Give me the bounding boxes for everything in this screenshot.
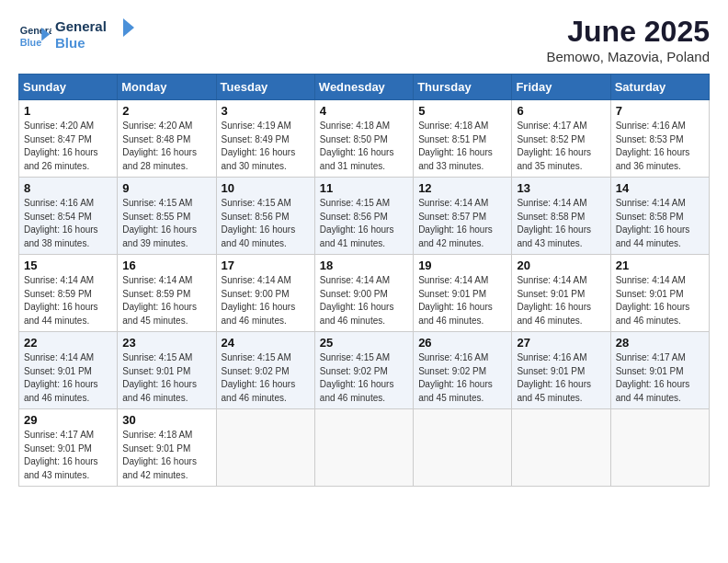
day-info: Sunrise: 4:14 AM Sunset: 9:01 PM Dayligh… <box>418 274 506 327</box>
table-row: 21Sunrise: 4:14 AM Sunset: 9:01 PM Dayli… <box>610 255 709 332</box>
day-info: Sunrise: 4:14 AM Sunset: 8:57 PM Dayligh… <box>418 197 506 250</box>
header-monday: Monday <box>118 75 216 100</box>
header-thursday: Thursday <box>414 75 512 100</box>
day-number: 21 <box>616 259 704 272</box>
day-info: Sunrise: 4:16 AM Sunset: 9:01 PM Dayligh… <box>517 351 605 405</box>
day-info: Sunrise: 4:18 AM Sunset: 9:01 PM Dayligh… <box>122 429 210 482</box>
svg-marker-5 <box>123 18 134 37</box>
day-number: 14 <box>616 181 704 195</box>
table-row: 14Sunrise: 4:14 AM Sunset: 8:58 PM Dayli… <box>610 178 709 255</box>
day-info: Sunrise: 4:16 AM Sunset: 8:54 PM Dayligh… <box>24 197 112 250</box>
day-info: Sunrise: 4:14 AM Sunset: 8:59 PM Dayligh… <box>122 274 210 327</box>
table-row: 27Sunrise: 4:16 AM Sunset: 9:01 PM Dayli… <box>512 332 610 409</box>
table-row: 28Sunrise: 4:17 AM Sunset: 9:01 PM Dayli… <box>610 332 709 409</box>
table-row: 9Sunrise: 4:15 AM Sunset: 8:55 PM Daylig… <box>118 178 216 255</box>
day-info: Sunrise: 4:15 AM Sunset: 8:55 PM Dayligh… <box>122 197 210 250</box>
header-wednesday: Wednesday <box>314 75 413 100</box>
calendar-title: June 2025 <box>546 15 710 49</box>
day-number: 19 <box>418 259 506 272</box>
table-row: 24Sunrise: 4:15 AM Sunset: 9:02 PM Dayli… <box>216 332 314 409</box>
day-number: 29 <box>24 413 112 427</box>
day-number: 12 <box>418 181 506 195</box>
day-info: Sunrise: 4:20 AM Sunset: 8:47 PM Dayligh… <box>24 120 112 173</box>
day-number: 16 <box>122 259 210 272</box>
table-row: 2Sunrise: 4:20 AM Sunset: 8:48 PM Daylig… <box>118 100 216 178</box>
table-row: 19Sunrise: 4:14 AM Sunset: 9:01 PM Dayli… <box>414 255 512 332</box>
calendar-week-row: 15Sunrise: 4:14 AM Sunset: 8:59 PM Dayli… <box>19 255 710 332</box>
day-number: 22 <box>24 336 112 350</box>
day-info: Sunrise: 4:17 AM Sunset: 8:52 PM Dayligh… <box>517 120 605 173</box>
day-number: 20 <box>517 259 605 272</box>
day-info: Sunrise: 4:15 AM Sunset: 9:02 PM Dayligh… <box>222 351 310 405</box>
calendar-week-row: 8Sunrise: 4:16 AM Sunset: 8:54 PM Daylig… <box>19 178 710 255</box>
day-info: Sunrise: 4:14 AM Sunset: 9:00 PM Dayligh… <box>320 274 408 327</box>
day-number: 15 <box>24 259 112 272</box>
table-row: 7Sunrise: 4:16 AM Sunset: 8:53 PM Daylig… <box>610 100 709 178</box>
table-row <box>314 409 413 487</box>
calendar-week-row: 29Sunrise: 4:17 AM Sunset: 9:01 PM Dayli… <box>19 409 710 487</box>
table-row: 8Sunrise: 4:16 AM Sunset: 8:54 PM Daylig… <box>19 178 118 255</box>
logo: General Blue General Blue <box>18 15 138 57</box>
day-info: Sunrise: 4:16 AM Sunset: 8:53 PM Dayligh… <box>616 120 704 173</box>
day-number: 18 <box>320 259 408 272</box>
day-number: 2 <box>122 104 210 118</box>
day-info: Sunrise: 4:19 AM Sunset: 8:49 PM Dayligh… <box>222 120 310 173</box>
table-row: 17Sunrise: 4:14 AM Sunset: 9:00 PM Dayli… <box>216 255 314 332</box>
table-row: 16Sunrise: 4:14 AM Sunset: 8:59 PM Dayli… <box>118 255 216 332</box>
table-row: 1Sunrise: 4:20 AM Sunset: 8:47 PM Daylig… <box>19 100 118 178</box>
day-info: Sunrise: 4:18 AM Sunset: 8:51 PM Dayligh… <box>418 120 506 173</box>
day-number: 27 <box>517 336 605 350</box>
day-number: 5 <box>418 104 506 118</box>
day-number: 28 <box>616 336 704 350</box>
day-info: Sunrise: 4:14 AM Sunset: 9:01 PM Dayligh… <box>517 274 605 327</box>
day-info: Sunrise: 4:16 AM Sunset: 9:02 PM Dayligh… <box>418 351 506 405</box>
calendar-week-row: 1Sunrise: 4:20 AM Sunset: 8:47 PM Daylig… <box>19 100 710 178</box>
day-number: 10 <box>222 181 310 195</box>
day-info: Sunrise: 4:14 AM Sunset: 9:00 PM Dayligh… <box>222 274 310 327</box>
table-row: 4Sunrise: 4:18 AM Sunset: 8:50 PM Daylig… <box>314 100 413 178</box>
day-number: 23 <box>122 336 210 350</box>
day-number: 11 <box>320 181 408 195</box>
table-row: 5Sunrise: 4:18 AM Sunset: 8:51 PM Daylig… <box>414 100 512 178</box>
day-number: 17 <box>222 259 310 272</box>
table-row: 18Sunrise: 4:14 AM Sunset: 9:00 PM Dayli… <box>314 255 413 332</box>
calendar-subtitle: Bemowo, Mazovia, Poland <box>546 49 710 64</box>
table-row <box>610 409 709 487</box>
day-info: Sunrise: 4:20 AM Sunset: 8:48 PM Dayligh… <box>122 120 210 173</box>
day-number: 30 <box>122 413 210 427</box>
header: General Blue General Blue June 2025 Bemo… <box>18 15 710 64</box>
header-saturday: Saturday <box>610 75 709 100</box>
calendar-table: Sunday Monday Tuesday Wednesday Thursday… <box>18 74 710 487</box>
weekday-header-row: Sunday Monday Tuesday Wednesday Thursday… <box>19 75 710 100</box>
table-row: 26Sunrise: 4:16 AM Sunset: 9:02 PM Dayli… <box>414 332 512 409</box>
day-info: Sunrise: 4:15 AM Sunset: 9:01 PM Dayligh… <box>122 351 210 405</box>
svg-text:Blue: Blue <box>55 35 85 51</box>
table-row <box>216 409 314 487</box>
header-tuesday: Tuesday <box>216 75 314 100</box>
day-number: 7 <box>616 104 704 118</box>
day-number: 25 <box>320 336 408 350</box>
day-info: Sunrise: 4:15 AM Sunset: 8:56 PM Dayligh… <box>222 197 310 250</box>
day-number: 13 <box>517 181 605 195</box>
header-friday: Friday <box>512 75 610 100</box>
table-row: 3Sunrise: 4:19 AM Sunset: 8:49 PM Daylig… <box>216 100 314 178</box>
table-row: 6Sunrise: 4:17 AM Sunset: 8:52 PM Daylig… <box>512 100 610 178</box>
day-info: Sunrise: 4:14 AM Sunset: 9:01 PM Dayligh… <box>24 351 112 405</box>
day-info: Sunrise: 4:14 AM Sunset: 8:58 PM Dayligh… <box>517 197 605 250</box>
day-info: Sunrise: 4:14 AM Sunset: 9:01 PM Dayligh… <box>616 274 704 327</box>
table-row: 25Sunrise: 4:15 AM Sunset: 9:02 PM Dayli… <box>314 332 413 409</box>
day-info: Sunrise: 4:15 AM Sunset: 8:56 PM Dayligh… <box>320 197 408 250</box>
table-row: 30Sunrise: 4:18 AM Sunset: 9:01 PM Dayli… <box>118 409 216 487</box>
day-info: Sunrise: 4:17 AM Sunset: 9:01 PM Dayligh… <box>24 429 112 482</box>
table-row: 22Sunrise: 4:14 AM Sunset: 9:01 PM Dayli… <box>19 332 118 409</box>
table-row: 12Sunrise: 4:14 AM Sunset: 8:57 PM Dayli… <box>414 178 512 255</box>
day-info: Sunrise: 4:14 AM Sunset: 8:59 PM Dayligh… <box>24 274 112 327</box>
title-block: June 2025 Bemowo, Mazovia, Poland <box>546 15 710 64</box>
table-row <box>512 409 610 487</box>
day-info: Sunrise: 4:18 AM Sunset: 8:50 PM Dayligh… <box>320 120 408 173</box>
day-info: Sunrise: 4:15 AM Sunset: 9:02 PM Dayligh… <box>320 351 408 405</box>
day-number: 8 <box>24 181 112 195</box>
day-number: 9 <box>122 181 210 195</box>
table-row: 20Sunrise: 4:14 AM Sunset: 9:01 PM Dayli… <box>512 255 610 332</box>
table-row: 15Sunrise: 4:14 AM Sunset: 8:59 PM Dayli… <box>19 255 118 332</box>
